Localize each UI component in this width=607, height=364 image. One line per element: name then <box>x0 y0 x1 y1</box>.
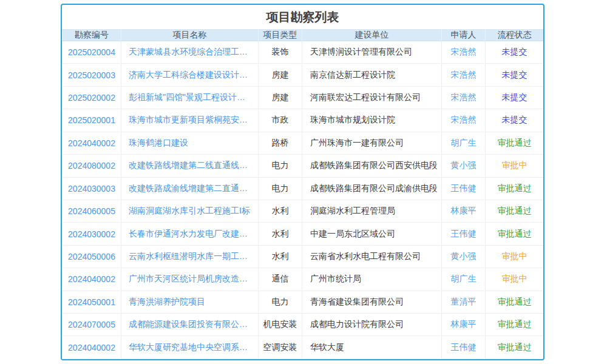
status-text: 审批通过 <box>486 132 544 154</box>
construction-unit: 青海省建设集团有限公司 <box>302 291 442 313</box>
project-type: 路桥 <box>259 132 302 154</box>
survey-id-link[interactable]: 2024050006 <box>63 245 121 268</box>
status-text: 审批中 <box>486 245 544 268</box>
survey-id-link[interactable]: 2025020001 <box>63 109 121 132</box>
project-name-link[interactable]: 天津蒙城县水环境综合治理工程... <box>121 41 259 64</box>
project-name-link[interactable]: 成都能源建设集团投资有限公司... <box>121 314 259 336</box>
project-name-link[interactable]: 青海洪湖养护院项目 <box>121 291 259 313</box>
status-text: 审批通过 <box>486 336 544 359</box>
status-text: 审批通过 <box>486 291 544 313</box>
table-row: 2024030003 改建铁路成渝线增建第二直通线... 电力 成都铁路集团有限… <box>63 177 544 200</box>
construction-unit: 华软大厦 <box>302 336 442 359</box>
applicant-link[interactable]: 林康平 <box>442 314 486 336</box>
project-type: 房建 <box>259 64 302 86</box>
applicant-link[interactable]: 董清平 <box>442 291 486 313</box>
applicant-link[interactable]: 王伟健 <box>442 223 486 245</box>
table-row: 2024050006 云南水利枢纽潜明水库一期工程... 水利 云南省水利水电工… <box>63 245 544 268</box>
project-type: 通信 <box>259 268 302 291</box>
project-type: 电力 <box>259 155 302 177</box>
survey-id-link[interactable]: 2024080002 <box>63 155 121 177</box>
project-type: 装饰 <box>259 41 302 64</box>
status-text: 审批中 <box>486 268 544 291</box>
table-row: 2024040002 华软大厦研究基地中央空调系统... 空调安装 华软大厦 王… <box>63 336 544 359</box>
construction-unit: 珠海市城市规划设计院 <box>302 109 442 132</box>
applicant-link[interactable]: 王伟健 <box>442 336 486 359</box>
construction-unit: 河南联宏达工程设计有限公司 <box>302 86 442 109</box>
construction-unit: 中建一局东北区域公司 <box>302 223 442 245</box>
table-row: 2024040002 广州市天河区统计局机房改造项目 通信 广州市统计局 胡广生… <box>63 268 544 291</box>
construction-unit: 广州珠海市一建有限公司 <box>302 132 442 154</box>
survey-id-link[interactable]: 2024030003 <box>63 177 121 200</box>
survey-id-link[interactable]: 2024040002 <box>63 268 121 291</box>
table-row: 2025020004 天津蒙城县水环境综合治理工程... 装饰 天津博润设计管理… <box>63 41 544 64</box>
applicant-link[interactable]: 王伟健 <box>442 177 486 200</box>
status-text: 审批通过 <box>486 314 544 336</box>
survey-id-link[interactable]: 2024060005 <box>63 200 121 222</box>
project-name-link[interactable]: 长春市伊通河水力发电厂改建工程 <box>121 223 259 245</box>
table-row: 2025020002 彭祖新城"四馆"景观工程设计项目 房建 河南联宏达工程设计… <box>63 86 544 109</box>
project-type: 市政 <box>259 109 302 132</box>
survey-id-link[interactable]: 2024050001 <box>63 291 121 313</box>
applicant-link[interactable]: 宋浩然 <box>442 109 486 132</box>
project-type: 水利 <box>259 200 302 222</box>
column-header-project-type: 项目类型 <box>259 30 302 41</box>
project-type: 水利 <box>259 245 302 268</box>
survey-id-link[interactable]: 2024040002 <box>63 132 121 154</box>
construction-unit: 天津博润设计管理有限公司 <box>302 41 442 64</box>
table-header-row: 勘察编号 项目名称 项目类型 建设单位 申请人 流程状态 <box>63 30 544 41</box>
construction-unit: 云南省水利水电工程有限公司 <box>302 245 442 268</box>
column-header-applicant: 申请人 <box>442 30 486 41</box>
table-row: 2024030002 长春市伊通河水力发电厂改建工程 水利 中建一局东北区域公司… <box>63 223 544 245</box>
project-type: 房建 <box>259 86 302 109</box>
survey-id-link[interactable]: 2025020004 <box>63 41 121 64</box>
status-text: 未提交 <box>486 41 544 64</box>
column-header-survey-id: 勘察编号 <box>63 30 121 41</box>
applicant-link[interactable]: 宋浩然 <box>442 64 486 86</box>
status-text: 未提交 <box>486 86 544 109</box>
project-name-link[interactable]: 改建铁路成渝线增建第二直通线... <box>121 177 259 200</box>
table-row: 2024080002 改建铁路线增建第二线直通线（... 电力 成都铁路集团有限… <box>63 155 544 177</box>
project-name-link[interactable]: 广州市天河区统计局机房改造项目 <box>121 268 259 291</box>
project-name-link[interactable]: 彭祖新城"四馆"景观工程设计项目 <box>121 86 259 109</box>
survey-id-link[interactable]: 2024070005 <box>63 314 121 336</box>
applicant-link[interactable]: 黄小强 <box>442 155 486 177</box>
project-name-link[interactable]: 珠海鹤港口建设 <box>121 132 259 154</box>
applicant-link[interactable]: 宋浩然 <box>442 41 486 64</box>
column-header-status: 流程状态 <box>486 30 544 41</box>
survey-id-link[interactable]: 2025020002 <box>63 86 121 109</box>
project-name-link[interactable]: 改建铁路线增建第二线直通线（... <box>121 155 259 177</box>
status-text: 审批通过 <box>486 200 544 222</box>
status-text: 审批通过 <box>486 177 544 200</box>
project-name-link[interactable]: 珠海市城市更新项目紫桐苑安置... <box>121 109 259 132</box>
status-text: 未提交 <box>486 109 544 132</box>
survey-id-link[interactable]: 2024030002 <box>63 223 121 245</box>
applicant-link[interactable]: 林康平 <box>442 200 486 222</box>
table-row: 2024040002 珠海鹤港口建设 路桥 广州珠海市一建有限公司 胡广生 审批… <box>63 132 544 154</box>
survey-id-link[interactable]: 2024040002 <box>63 336 121 359</box>
project-type: 电力 <box>259 177 302 200</box>
status-text: 审批通过 <box>486 223 544 245</box>
project-name-link[interactable]: 华软大厦研究基地中央空调系统... <box>121 336 259 359</box>
construction-unit: 成都电力设计院有限公司 <box>302 314 442 336</box>
survey-list-panel: 项目勘察列表 勘察编号 项目名称 项目类型 建设单位 申请人 流程状态 2025… <box>61 4 544 360</box>
table-row: 2024070005 成都能源建设集团投资有限公司... 机电安装 成都电力设计… <box>63 314 544 336</box>
applicant-link[interactable]: 胡广生 <box>442 132 486 154</box>
project-type: 电力 <box>259 291 302 313</box>
applicant-link[interactable]: 宋浩然 <box>442 86 486 109</box>
applicant-link[interactable]: 黄小强 <box>442 245 486 268</box>
construction-unit: 南京信达新工程设计院 <box>302 64 442 86</box>
page-title: 项目勘察列表 <box>62 5 543 29</box>
project-name-link[interactable]: 云南水利枢纽潜明水库一期工程... <box>121 245 259 268</box>
project-name-link[interactable]: 湖南洞庭湖水库引水工程施工I标 <box>121 200 259 222</box>
column-header-project-name: 项目名称 <box>121 30 259 41</box>
status-text: 未提交 <box>486 64 544 86</box>
project-name-link[interactable]: 济南大学工科综合楼建设设计项目 <box>121 64 259 86</box>
survey-id-link[interactable]: 2025020003 <box>63 64 121 86</box>
table-row: 2024060005 湖南洞庭湖水库引水工程施工I标 水利 洞庭湖水利工程管理局… <box>63 200 544 222</box>
project-type: 水利 <box>259 223 302 245</box>
project-type: 空调安装 <box>259 336 302 359</box>
applicant-link[interactable]: 胡广生 <box>442 268 486 291</box>
survey-table: 勘察编号 项目名称 项目类型 建设单位 申请人 流程状态 2025020004 … <box>62 29 544 359</box>
status-text: 审批中 <box>486 155 544 177</box>
construction-unit: 广州市统计局 <box>302 268 442 291</box>
